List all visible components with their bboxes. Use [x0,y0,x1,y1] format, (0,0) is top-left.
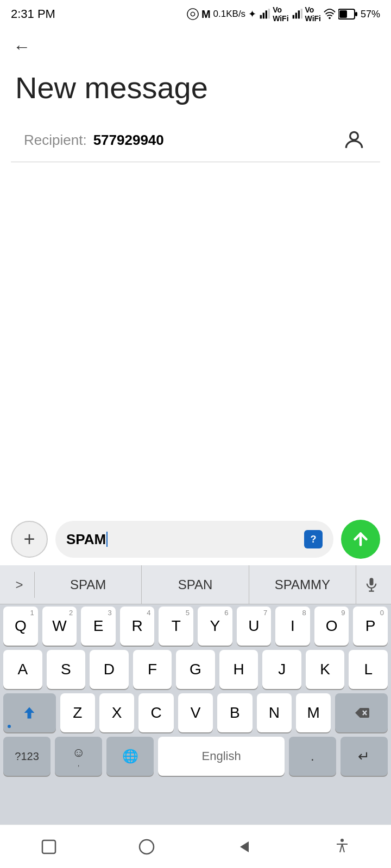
message-input[interactable]: SPAM ? [55,521,333,558]
key-backspace[interactable] [335,693,388,732]
key-v[interactable]: V [178,693,213,732]
vowifi-icon: VoWiFi [273,5,288,23]
text-cursor [106,532,108,547]
svg-rect-1 [260,15,262,19]
nav-recents-button[interactable] [35,833,62,860]
back-button[interactable]: ← [0,28,391,61]
key-c[interactable]: C [138,693,173,732]
nav-accessibility-button[interactable] [329,833,356,860]
nav-bar [0,825,391,868]
key-p[interactable]: P0 [353,607,388,646]
key-z[interactable]: Z [60,693,95,732]
key-x[interactable]: X [99,693,134,732]
mic-button[interactable] [356,577,387,592]
mail-icon: M [201,8,211,21]
key-r[interactable]: R4 [120,607,155,646]
status-bar: 2:31 PM M 0.1KB/s ✦ VoWiFi VoWiFi [0,0,391,28]
bluetooth-icon: ✦ [248,8,256,20]
contact-picker-button[interactable] [341,127,367,153]
svg-rect-7 [298,10,299,18]
suggestion-spammy[interactable]: SPAMMY [249,565,356,604]
key-o[interactable]: O9 [314,607,349,646]
key-h[interactable]: H [219,650,258,689]
svg-rect-20 [42,840,55,853]
key-j[interactable]: J [262,650,301,689]
network-speed: 0.1KB/s [213,9,246,20]
signal2-icon [292,9,302,20]
key-n[interactable]: N [257,693,292,732]
status-icons: M 0.1KB/s ✦ VoWiFi VoWiFi 57 [187,5,380,23]
svg-rect-12 [339,10,347,18]
wifi-icon [324,8,336,20]
key-l[interactable]: L [349,650,388,689]
page-title: New message [0,61,391,118]
svg-point-9 [329,17,331,20]
svg-rect-2 [263,13,264,19]
svg-rect-6 [295,13,297,19]
key-row-4: ?123 ☺, 🌐 English . ↵ [3,737,388,776]
svg-rect-8 [300,9,302,18]
nav-home-button[interactable] [133,833,160,860]
key-m[interactable]: M [296,693,331,732]
key-g[interactable]: G [176,650,215,689]
back-arrow-icon: ← [13,37,30,57]
recipient-row: Recipient: 577929940 [11,118,380,162]
back-nav-icon [235,837,254,857]
suggestions-row: > SPAM SPAN SPAMMY [0,565,391,604]
svg-rect-11 [355,12,357,16]
vowifi2-icon: VoWiFi [305,5,321,23]
svg-rect-5 [292,15,294,19]
key-e[interactable]: E3 [81,607,116,646]
chevron-right-icon: > [15,577,23,592]
key-w[interactable]: W2 [42,607,77,646]
svg-point-21 [140,840,154,854]
suggestion-spam[interactable]: SPAM [35,565,142,604]
suggestion-span[interactable]: SPAN [142,565,249,604]
key-space[interactable]: English [158,737,284,776]
recipient-number[interactable]: 577929940 [93,132,341,149]
key-d[interactable]: D [90,650,129,689]
recipient-label: Recipient: [24,132,87,149]
battery-percent: 57% [361,9,380,20]
key-y[interactable]: Y6 [198,607,232,646]
keys-area: Q1 W2 E3 R4 T5 Y6 U7 I8 O9 P0 A S D F G … [0,604,391,782]
key-q[interactable]: Q1 [3,607,38,646]
accessibility-nav-icon [332,837,352,857]
key-row-2: A S D F G H J K L [3,650,388,689]
signal-icon [259,9,270,20]
key-globe[interactable]: 🌐 [106,737,154,776]
key-row-1: Q1 W2 E3 R4 T5 Y6 U7 I8 O9 P0 [3,607,388,646]
battery-icon [338,8,358,20]
key-period[interactable]: . [289,737,336,776]
expand-suggestions-button[interactable]: > [4,572,35,598]
key-t[interactable]: T5 [159,607,193,646]
svg-marker-22 [240,841,249,852]
nav-back-button[interactable] [231,833,258,860]
key-s[interactable]: S [47,650,86,689]
input-text[interactable]: SPAM [66,531,108,548]
square-nav-icon [39,837,59,857]
key-u[interactable]: U7 [237,607,272,646]
key-numbers[interactable]: ?123 [3,737,51,776]
status-time: 2:31 PM [11,7,55,21]
key-i[interactable]: I8 [275,607,310,646]
svg-rect-15 [369,578,373,585]
message-body-area[interactable] [0,162,391,379]
whatsapp-icon [187,8,199,20]
svg-rect-4 [268,9,270,18]
key-emoji[interactable]: ☺, [55,737,102,776]
key-enter[interactable]: ↵ [340,737,388,776]
key-a[interactable]: A [3,650,42,689]
key-shift[interactable] [3,693,56,732]
key-b[interactable]: B [217,693,252,732]
keyboard: > SPAM SPAN SPAMMY Q1 W2 E3 R4 T5 [0,565,391,825]
attach-button[interactable]: + [11,521,48,558]
key-f[interactable]: F [133,650,172,689]
question-badge[interactable]: ? [304,530,323,548]
send-button[interactable] [341,520,380,559]
circle-nav-icon [137,837,156,857]
mic-icon [364,577,379,592]
key-row-3: Z X C V B N M [3,693,388,732]
backspace-icon [354,707,369,719]
key-k[interactable]: K [306,650,345,689]
